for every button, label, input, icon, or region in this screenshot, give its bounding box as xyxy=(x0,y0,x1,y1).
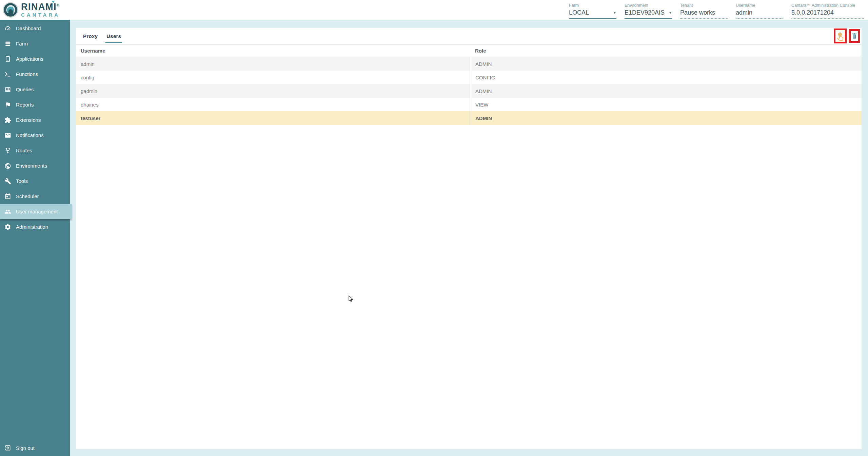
field-value-text: E1DEV920AIS xyxy=(625,9,665,16)
users-icon xyxy=(4,208,11,215)
signout-icon xyxy=(4,444,11,451)
field-label: Username xyxy=(736,3,783,8)
brand-accent-triangle-icon xyxy=(52,1,55,3)
topbar-field-environment: EnvironmentE1DEV920AIS▼ xyxy=(625,3,672,19)
sidebar-item-label: Routes xyxy=(16,148,32,153)
sidebar: DashboardFarmApplicationsFunctionsQuerie… xyxy=(0,20,70,456)
sidebar-item-label: Notifications xyxy=(16,132,44,138)
tab-bar: ProxyUsers xyxy=(76,28,122,44)
field-text-value: 5.0.0.20171204 xyxy=(791,9,864,19)
table-row-gadmin[interactable]: gadminADMIN xyxy=(76,84,862,98)
cell-username: gadmin xyxy=(76,84,470,98)
sidebar-item-applications[interactable]: Applications xyxy=(0,51,70,66)
brand-product: CANTARA xyxy=(21,12,60,17)
sidebar-item-farm[interactable]: Farm xyxy=(0,36,70,51)
field-value-text: 5.0.0.20171204 xyxy=(791,9,834,16)
terminal-icon xyxy=(4,71,11,78)
field-label: Cantara™ Administration Console xyxy=(791,3,864,8)
tab-users[interactable]: Users xyxy=(105,28,122,44)
rinami-logo-icon xyxy=(3,2,18,18)
sidebar-item-label: Reports xyxy=(16,102,34,108)
gauge-icon xyxy=(4,25,11,32)
table-row-dhaines[interactable]: dhainesVIEW xyxy=(76,98,862,111)
topbar-field-username: Usernameadmin xyxy=(736,3,783,19)
sidebar-item-label: Farm xyxy=(16,41,28,46)
column-header-username: Username xyxy=(76,48,470,54)
column-header-role: Role xyxy=(470,48,862,54)
cell-username: testuser xyxy=(76,111,470,125)
field-label: Tenant xyxy=(680,3,728,8)
chevron-down-icon: ▼ xyxy=(613,11,616,15)
sidebar-item-label: Scheduler xyxy=(16,193,39,199)
field-text-value: admin xyxy=(736,9,783,19)
sidebar-item-label: Applications xyxy=(16,56,43,62)
cell-role: CONFIG xyxy=(470,71,862,84)
cell-role: ADMIN xyxy=(470,111,862,125)
tablet-icon xyxy=(4,56,11,62)
topbar-fields: FarmLOCAL▼EnvironmentE1DEV920AIS▼TenantP… xyxy=(569,3,864,19)
field-value-text: Pause works xyxy=(680,9,715,16)
sidebar-item-label: Extensions xyxy=(16,117,41,123)
sidebar-item-queries[interactable]: Queries xyxy=(0,82,70,97)
cell-username: config xyxy=(76,71,470,84)
puzzle-icon xyxy=(4,117,11,124)
users-table-body: adminADMINconfigCONFIGgadminADMINdhaines… xyxy=(76,57,862,125)
trash-icon xyxy=(851,32,858,40)
cantara-admin-console: { "brand": { "line1": "RINAMI", "registe… xyxy=(0,0,868,456)
field-label: Farm xyxy=(569,3,616,8)
table-row-admin[interactable]: adminADMIN xyxy=(76,57,862,71)
sidebar-item-user-management[interactable]: User management xyxy=(0,204,72,219)
flag-icon xyxy=(4,101,11,108)
topbar: RINAMI® CANTARA FarmLOCAL▼EnvironmentE1D… xyxy=(0,0,868,20)
field-label: Environment xyxy=(625,3,672,8)
sidebar-item-label: Environments xyxy=(16,163,47,169)
calendar-icon xyxy=(4,193,11,200)
server-icon xyxy=(4,40,11,47)
registered-mark: ® xyxy=(57,3,60,7)
mail-icon xyxy=(4,132,11,139)
tab-proxy[interactable]: Proxy xyxy=(82,28,99,44)
field-select[interactable]: LOCAL▼ xyxy=(569,9,616,19)
route-fork-icon xyxy=(4,147,11,154)
hand-pointer-icon xyxy=(836,31,845,41)
globe-icon xyxy=(4,163,11,169)
table-row-testuser[interactable]: testuserADMIN xyxy=(76,111,862,125)
table-row-config[interactable]: configCONFIG xyxy=(76,71,862,84)
gear-icon xyxy=(4,224,11,230)
delete-action-button[interactable] xyxy=(849,29,860,43)
sign-out-button[interactable]: Sign out xyxy=(0,440,70,456)
brand-text: RINAMI® CANTARA xyxy=(21,2,60,17)
sidebar-item-label: Administration xyxy=(16,224,48,230)
user-management-card: ProxyUsers Username Role adminADMINconfi… xyxy=(76,28,862,449)
sidebar-item-extensions[interactable]: Extensions xyxy=(0,112,70,128)
touch-action-button[interactable] xyxy=(834,28,847,43)
sidebar-item-tools[interactable]: Tools xyxy=(0,173,70,189)
cell-username: admin xyxy=(76,57,470,71)
field-select[interactable]: E1DEV920AIS▼ xyxy=(625,9,672,19)
wrench-icon xyxy=(4,178,11,185)
content-area: ProxyUsers Username Role adminADMINconfi… xyxy=(70,20,868,456)
sidebar-item-environments[interactable]: Environments xyxy=(0,158,70,173)
sidebar-item-functions[interactable]: Functions xyxy=(0,66,70,82)
sidebar-item-routes[interactable]: Routes xyxy=(0,143,70,158)
cell-role: ADMIN xyxy=(470,84,862,98)
users-table-header: Username Role xyxy=(76,45,862,57)
sign-out-label: Sign out xyxy=(16,445,35,451)
field-text-value: Pause works xyxy=(680,9,728,19)
field-value-text: admin xyxy=(736,9,752,16)
table-grid-icon xyxy=(4,86,11,93)
sidebar-item-scheduler[interactable]: Scheduler xyxy=(0,189,70,204)
topbar-field-tenant: TenantPause works xyxy=(680,3,728,19)
sidebar-item-administration[interactable]: Administration xyxy=(0,219,70,234)
card-header: ProxyUsers xyxy=(76,28,862,45)
card-actions xyxy=(834,28,862,43)
sidebar-item-notifications[interactable]: Notifications xyxy=(0,128,70,143)
sidebar-item-dashboard[interactable]: Dashboard xyxy=(0,21,70,36)
sidebar-item-label: Dashboard xyxy=(16,25,41,31)
brand-name-text: RINAMI xyxy=(21,2,57,12)
sidebar-item-reports[interactable]: Reports xyxy=(0,97,70,112)
cell-role: VIEW xyxy=(470,98,862,111)
rinami-cantara-logo: RINAMI® CANTARA xyxy=(3,2,60,18)
topbar-field-cantara-administration-console: Cantara™ Administration Console5.0.0.201… xyxy=(791,3,864,19)
sidebar-item-label: Tools xyxy=(16,178,28,184)
